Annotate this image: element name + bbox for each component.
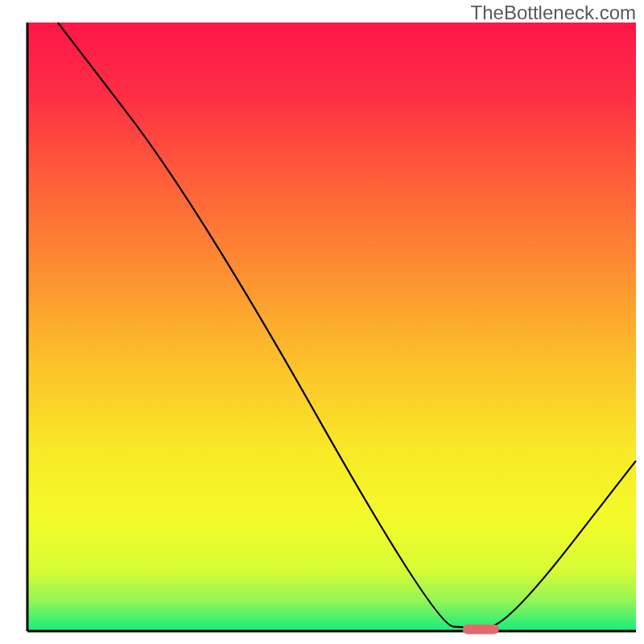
bottleneck-chart (0, 0, 644, 644)
chart-container: TheBottleneck.com (0, 0, 644, 644)
plot-background (27, 23, 636, 631)
optimal-marker (463, 625, 499, 634)
watermark-text: TheBottleneck.com (471, 2, 636, 24)
